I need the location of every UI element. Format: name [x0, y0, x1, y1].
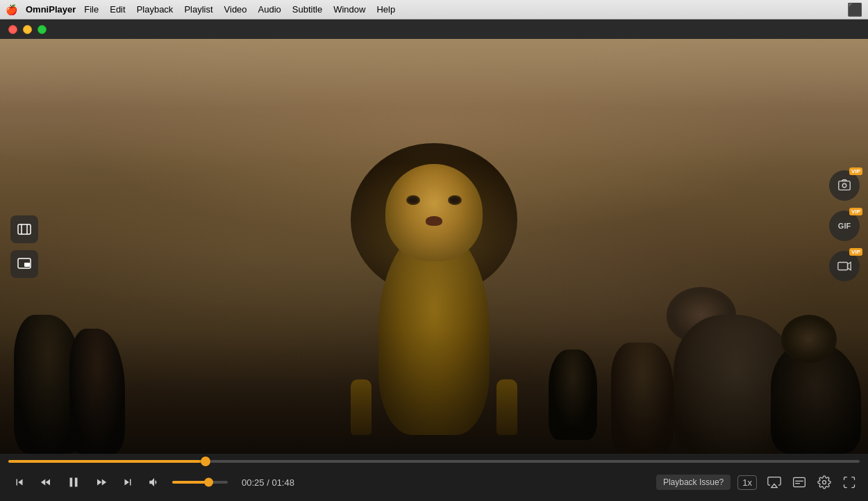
- lion-main: [330, 101, 538, 435]
- screenshot-icon: [837, 178, 852, 193]
- menu-playback[interactable]: Playback: [131, 3, 179, 16]
- menu-file[interactable]: File: [78, 3, 104, 16]
- hyena-far-right: [771, 301, 868, 454]
- pip-button[interactable]: [10, 250, 38, 278]
- play-pause-button[interactable]: [61, 470, 86, 495]
- titlebar: THE LION KING.wmv: [0, 19, 868, 39]
- svg-rect-0: [18, 224, 31, 234]
- subtitles-button[interactable]: [789, 472, 810, 493]
- svg-marker-8: [771, 484, 777, 488]
- rewind-button[interactable]: [35, 471, 57, 493]
- settings-icon: [817, 475, 831, 489]
- settings-button[interactable]: [814, 472, 835, 493]
- fast-forward-icon: [95, 476, 108, 488]
- fullscreen-icon: [842, 475, 856, 489]
- volume-fill: [172, 481, 208, 484]
- svg-rect-9: [794, 477, 806, 486]
- airplay-button[interactable]: [764, 472, 785, 493]
- menu-help[interactable]: Help: [371, 3, 401, 16]
- record-button[interactable]: VIP: [829, 251, 860, 281]
- pip-icon: [17, 256, 32, 272]
- system-menubar: 🍎 OmniPlayer File Edit Playback Playlist…: [0, 0, 868, 19]
- video-frame: [0, 39, 868, 454]
- svg-rect-4: [24, 263, 30, 267]
- vip-badge-screenshot: VIP: [849, 167, 862, 176]
- total-time: 01:48: [272, 477, 294, 488]
- minimize-button[interactable]: [23, 25, 32, 34]
- record-icon: [837, 258, 852, 274]
- aspect-ratio-button[interactable]: [10, 215, 38, 243]
- gif-label: GIF: [838, 222, 851, 230]
- airplay-icon: [767, 475, 781, 489]
- vip-badge-gif: VIP: [849, 208, 862, 216]
- controls-row: 00:25 / 01:48 Playback Issue? 1x: [8, 470, 860, 495]
- volume-icon: [148, 476, 160, 488]
- app-name[interactable]: OmniPlayer: [26, 4, 76, 15]
- lion-leg-right: [496, 379, 517, 435]
- gif-button[interactable]: VIP GIF: [829, 211, 860, 241]
- animal-bg-3: [611, 343, 674, 454]
- speed-badge[interactable]: 1x: [737, 475, 757, 490]
- screenshot-button[interactable]: VIP: [829, 170, 860, 201]
- side-controls-left: [10, 215, 38, 278]
- svg-rect-5: [839, 181, 851, 190]
- video-area: VIP VIP GIF VIP: [0, 39, 868, 454]
- playback-issue-button[interactable]: Playback Issue?: [656, 475, 731, 490]
- volume-slider[interactable]: [172, 481, 228, 484]
- menu-audio[interactable]: Audio: [253, 3, 287, 16]
- fullscreen-button[interactable]: [839, 472, 860, 493]
- lion-head: [385, 164, 483, 261]
- subtitles-icon: [792, 475, 806, 489]
- progress-fill: [8, 460, 206, 463]
- lion-eye-left: [406, 195, 420, 205]
- progress-bar[interactable]: [8, 460, 860, 463]
- skip-back-icon: [13, 476, 26, 488]
- menu-video[interactable]: Video: [219, 3, 253, 16]
- svg-point-12: [823, 481, 826, 484]
- animal-bg-4: [549, 350, 597, 440]
- fast-forward-button[interactable]: [90, 471, 112, 493]
- animal-bg-2: [69, 329, 125, 454]
- time-display: 00:25 / 01:48: [242, 477, 294, 488]
- close-button[interactable]: [8, 25, 17, 34]
- lion-leg-left: [351, 379, 372, 435]
- menu-subtitle[interactable]: Subtitle: [287, 3, 328, 16]
- menu-window[interactable]: Window: [328, 3, 371, 16]
- lion-nose: [426, 216, 442, 226]
- volume-button[interactable]: [143, 471, 165, 493]
- menubar-right: ⬛: [847, 2, 862, 17]
- svg-rect-7: [838, 262, 848, 270]
- menu-playlist[interactable]: Playlist: [178, 3, 218, 16]
- current-time: 00:25: [242, 477, 265, 488]
- volume-thumb[interactable]: [204, 478, 213, 487]
- maximize-button[interactable]: [37, 25, 47, 34]
- svg-point-6: [842, 183, 846, 188]
- aspect-ratio-icon: [17, 222, 32, 237]
- pause-icon: [66, 475, 81, 490]
- side-controls-right: VIP VIP GIF VIP: [829, 170, 860, 281]
- vip-badge-record: VIP: [849, 248, 862, 256]
- skip-forward-button[interactable]: [117, 471, 139, 493]
- progress-thumb[interactable]: [201, 457, 210, 466]
- airplay-menubar-icon[interactable]: ⬛: [847, 2, 862, 17]
- rewind-icon: [40, 476, 52, 488]
- skip-forward-icon: [122, 476, 134, 488]
- menu-edit[interactable]: Edit: [104, 3, 131, 16]
- apple-menu[interactable]: 🍎: [6, 4, 17, 15]
- control-bar: 00:25 / 01:48 Playback Issue? 1x: [0, 454, 868, 501]
- lion-eye-right: [448, 195, 462, 205]
- skip-back-button[interactable]: [8, 471, 31, 493]
